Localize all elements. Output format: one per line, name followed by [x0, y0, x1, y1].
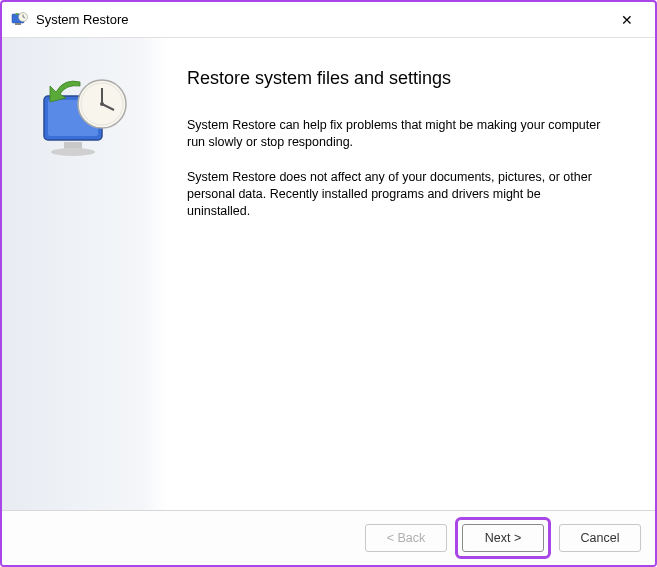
- page-heading: Restore system files and settings: [187, 68, 625, 89]
- side-panel: [2, 38, 167, 510]
- wizard-body: Restore system files and settings System…: [2, 38, 655, 510]
- svg-point-11: [100, 102, 104, 106]
- window-title: System Restore: [36, 12, 607, 27]
- wizard-footer: < Back Next > Cancel: [2, 510, 655, 565]
- back-button: < Back: [365, 524, 447, 552]
- description-paragraph-2: System Restore does not affect any of yo…: [187, 169, 607, 220]
- content-area: Restore system files and settings System…: [167, 38, 655, 510]
- restore-monitor-clock-icon: [30, 68, 140, 182]
- description-paragraph-1: System Restore can help fix problems tha…: [187, 117, 607, 151]
- svg-rect-1: [15, 23, 21, 25]
- cancel-button[interactable]: Cancel: [559, 524, 641, 552]
- close-button[interactable]: ✕: [607, 5, 647, 35]
- system-restore-icon: [10, 11, 28, 29]
- next-button[interactable]: Next >: [462, 524, 544, 552]
- svg-rect-5: [64, 142, 82, 149]
- titlebar: System Restore ✕: [2, 2, 655, 38]
- svg-point-6: [51, 148, 95, 156]
- next-button-highlight: Next >: [455, 517, 551, 559]
